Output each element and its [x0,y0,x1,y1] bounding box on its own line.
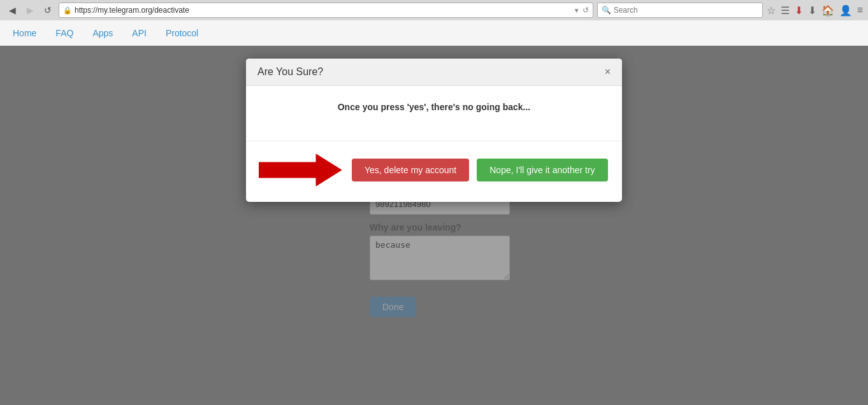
refresh-icon[interactable]: ↺ [582,6,589,15]
nav-home[interactable]: Home [13,22,36,45]
modal-body: Once you press 'yes', there's no going b… [246,86,622,141]
modal-title: Are You Sure? [257,66,323,78]
home-icon[interactable]: 🏠 [821,4,834,17]
modal-close-button[interactable]: × [605,67,611,77]
pocket-icon[interactable]: ⬇ [795,4,803,17]
search-icon: 🔍 [602,6,611,15]
modal-message: Once you press 'yes', there's no going b… [259,102,609,112]
browser-chrome: ◀ ▶ ↺ 🔒 ▼ ↺ 🔍 ☆ ☰ ⬇ ⬇ 🏠 👤 ≡ Home FAQ App… [0,0,868,46]
modal: Are You Sure? × Once you press 'yes', th… [246,59,622,202]
dropdown-icon: ▼ [574,7,580,14]
search-bar[interactable]: 🔍 [597,3,763,18]
modal-footer: Yes, delete my account Nope, I'll give i… [246,141,622,202]
modal-overlay: Are You Sure? × Once you press 'yes', th… [0,46,868,405]
bookmark-star-icon[interactable]: ☆ [767,4,776,17]
svg-marker-1 [259,154,342,186]
yes-delete-button[interactable]: Yes, delete my account [352,159,469,181]
nav-apps[interactable]: Apps [92,22,113,45]
nav-bar: Home FAQ Apps API Protocol [0,20,868,46]
back-button[interactable]: ◀ [5,3,19,17]
download-icon[interactable]: ⬇ [808,4,816,17]
no-keep-button[interactable]: Nope, I'll give it another try [477,159,607,181]
search-input[interactable] [614,6,758,15]
arrow-svg [259,151,342,189]
menu-icon[interactable]: ≡ [857,4,863,16]
nav-api[interactable]: API [132,22,147,45]
reload-button[interactable]: ↺ [41,3,55,17]
browser-toolbar: ◀ ▶ ↺ 🔒 ▼ ↺ 🔍 ☆ ☰ ⬇ ⬇ 🏠 👤 ≡ [0,0,868,20]
modal-header: Are You Sure? × [246,59,622,86]
page-content: beyond retrieval. This is a one-way trip… [0,46,868,405]
arrow-annotation [259,151,342,189]
address-bar[interactable]: 🔒 ▼ ↺ [59,3,593,18]
nav-protocol[interactable]: Protocol [166,22,198,45]
forward-button[interactable]: ▶ [23,3,37,17]
toolbar-icons: ☆ ☰ ⬇ ⬇ 🏠 👤 ≡ [767,4,863,17]
lock-icon: 🔒 [63,6,72,15]
synced-tabs-icon[interactable]: 👤 [839,4,852,17]
nav-faq[interactable]: FAQ [55,22,73,45]
reading-list-icon[interactable]: ☰ [781,4,790,17]
url-input[interactable] [75,6,571,15]
